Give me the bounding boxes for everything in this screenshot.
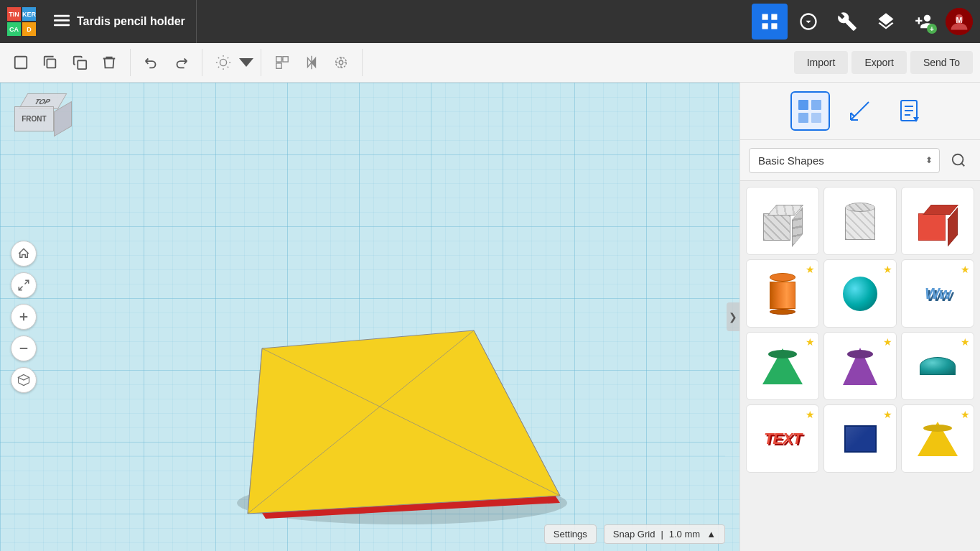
text-red-shape: TEXT — [764, 430, 801, 448]
project-title[interactable]: Tardis pencil holder — [77, 15, 185, 28]
shape-card-cone-purple[interactable]: ★ — [823, 332, 897, 400]
panel-collapse-btn[interactable]: ❯ — [727, 302, 739, 331]
svg-marker-50 — [19, 375, 29, 381]
tinker-btn[interactable] — [790, 4, 826, 40]
main-area: TOP FRONT — [0, 83, 980, 551]
svg-rect-4 — [771, 14, 777, 20]
shape-card-text-3d-blue[interactable]: ★ Ww — [901, 259, 974, 328]
svg-point-12 — [220, 59, 226, 65]
shape-card-box-red[interactable] — [901, 187, 974, 255]
grid-view-btn[interactable] — [752, 4, 788, 40]
shape-card-halfsphere[interactable]: ★ — [901, 332, 974, 400]
star-badge: ★ — [961, 409, 970, 420]
svg-rect-21 — [276, 57, 281, 62]
star-badge: ★ — [806, 336, 815, 348]
menu-icon[interactable] — [54, 12, 70, 32]
svg-point-29 — [339, 60, 343, 65]
shape-category-dropdown[interactable]: Basic Shapes — [749, 148, 940, 173]
snap-grid-arrow: ▲ — [706, 529, 716, 540]
svg-rect-10 — [47, 59, 55, 68]
shape-card-box-blue[interactable]: ★ — [823, 404, 897, 473]
svg-rect-1 — [54, 19, 70, 22]
toolbar-history-group — [138, 49, 202, 76]
ruler-panel-btn[interactable] — [841, 91, 880, 131]
toolbar-view-group — [210, 49, 261, 76]
shape-card-pyramid-green[interactable]: ★ — [746, 332, 819, 400]
svg-rect-54 — [811, 100, 821, 110]
svg-rect-2 — [54, 24, 70, 26]
add-user-plus-icon: + — [927, 24, 937, 34]
svg-rect-9 — [15, 57, 27, 69]
snap-btn[interactable] — [327, 49, 355, 76]
shape-card-text-red[interactable]: ★ TEXT — [746, 404, 819, 473]
cube-top-label: TOP — [33, 98, 52, 106]
shape-card-cube-hole[interactable] — [746, 187, 819, 255]
toolbar-align-group — [269, 49, 363, 76]
build-btn[interactable] — [829, 4, 865, 40]
shape-card-pyramid-yellow[interactable]: ★ — [901, 404, 974, 473]
star-badge: ★ — [961, 264, 970, 275]
svg-rect-56 — [811, 113, 821, 123]
star-badge: ★ — [806, 264, 815, 275]
cube-face-front[interactable]: FRONT — [14, 106, 54, 131]
top-navigation: TIN KER CA D Tardis pencil holder — [0, 0, 980, 43]
settings-btn[interactable]: Settings — [544, 524, 597, 544]
perspective-btn[interactable] — [11, 367, 37, 393]
mirror-btn[interactable] — [298, 49, 325, 76]
svg-text:M: M — [956, 16, 963, 24]
left-controls — [11, 241, 37, 393]
svg-rect-5 — [762, 23, 768, 29]
svg-rect-22 — [283, 57, 288, 62]
view-cube[interactable]: TOP FRONT — [14, 93, 72, 151]
logo-tl: TIN — [7, 7, 21, 21]
copy-paste-btn[interactable] — [66, 49, 93, 76]
logo-tr: KER — [22, 7, 36, 21]
layers-btn[interactable] — [868, 4, 904, 40]
svg-rect-3 — [762, 14, 768, 20]
user-avatar[interactable]: M — [946, 8, 973, 35]
export-btn[interactable]: Export — [851, 51, 906, 74]
bottom-bar: Settings Snap Grid | 1.0 mm ▲ — [544, 524, 725, 544]
notes-panel-btn[interactable] — [891, 91, 930, 131]
fit-view-btn[interactable] — [11, 272, 37, 298]
logo-br: D — [22, 22, 36, 36]
shape-card-cylinder-hole[interactable] — [823, 187, 897, 255]
light-btn[interactable] — [210, 49, 237, 76]
toolbar: Import Export Send To — [0, 43, 980, 83]
snap-grid-label: Snap Grid — [613, 529, 655, 540]
star-badge: ★ — [883, 264, 892, 275]
snap-grid-separator: | — [661, 529, 663, 540]
snap-align-btn[interactable] — [269, 49, 296, 76]
zoom-out-btn[interactable] — [11, 335, 37, 361]
redo-btn[interactable] — [167, 49, 195, 76]
search-shapes-btn[interactable] — [946, 147, 971, 173]
import-btn[interactable]: Import — [794, 51, 849, 74]
toolbar-action-buttons: Import Export Send To — [794, 51, 973, 74]
shapes-panel-btn[interactable] — [790, 91, 830, 131]
svg-line-45 — [25, 280, 29, 284]
shape-selector: Basic Shapes ⬍ — [740, 140, 980, 181]
home-view-btn[interactable] — [11, 241, 37, 267]
viewport[interactable]: TOP FRONT — [0, 83, 739, 551]
light-dropdown-btn[interactable] — [239, 49, 253, 76]
nav-tools-right: + M — [752, 4, 980, 40]
delete-btn[interactable] — [95, 49, 123, 76]
duplicate-btn[interactable] — [37, 49, 64, 76]
zoom-in-btn[interactable] — [11, 304, 37, 330]
add-user-btn[interactable]: + — [907, 4, 943, 40]
star-badge: ★ — [961, 336, 970, 348]
app-logo[interactable]: TIN KER CA D — [0, 0, 43, 43]
shape-card-sphere[interactable]: ★ — [823, 259, 897, 328]
svg-marker-28 — [312, 58, 316, 68]
cube-front-label: FRONT — [22, 115, 46, 123]
shape-card-cylinder[interactable]: ★ — [746, 259, 819, 328]
undo-btn[interactable] — [138, 49, 165, 76]
new-shape-btn[interactable] — [7, 49, 34, 76]
svg-line-15 — [218, 57, 219, 58]
snap-grid-info[interactable]: Snap Grid | 1.0 mm ▲ — [604, 524, 725, 544]
svg-line-64 — [961, 163, 964, 166]
svg-rect-53 — [798, 100, 808, 110]
star-badge: ★ — [883, 336, 892, 348]
svg-line-19 — [218, 67, 219, 68]
send-to-btn[interactable]: Send To — [910, 51, 973, 74]
